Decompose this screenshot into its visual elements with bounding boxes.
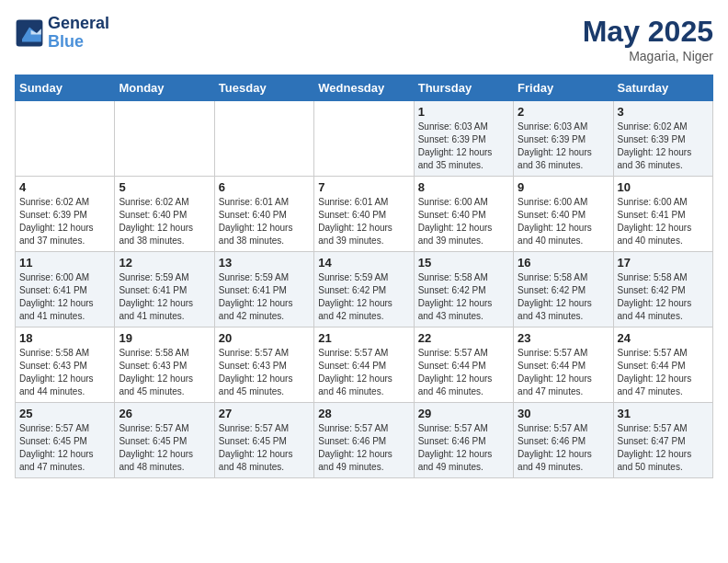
day-info: Sunrise: 6:00 AM Sunset: 6:40 PM Dayligh… (418, 196, 509, 247)
week-row-4: 18Sunrise: 5:58 AM Sunset: 6:43 PM Dayli… (16, 327, 713, 403)
day-number: 4 (19, 180, 110, 194)
day-cell: 25Sunrise: 5:57 AM Sunset: 6:45 PM Dayli… (16, 403, 115, 478)
week-row-3: 11Sunrise: 6:00 AM Sunset: 6:41 PM Dayli… (16, 252, 713, 327)
day-info: Sunrise: 5:59 AM Sunset: 6:41 PM Dayligh… (119, 271, 210, 323)
day-number: 15 (418, 256, 509, 270)
day-cell: 1Sunrise: 6:03 AM Sunset: 6:39 PM Daylig… (414, 101, 513, 177)
page-header: General Blue May 2025 Magaria, Niger (15, 15, 713, 63)
day-info: Sunrise: 6:02 AM Sunset: 6:39 PM Dayligh… (618, 121, 709, 172)
day-info: Sunrise: 6:03 AM Sunset: 6:39 PM Dayligh… (518, 121, 609, 172)
day-cell (16, 101, 115, 177)
day-cell: 31Sunrise: 5:57 AM Sunset: 6:47 PM Dayli… (613, 403, 712, 478)
day-number: 13 (219, 256, 310, 270)
day-info: Sunrise: 6:03 AM Sunset: 6:39 PM Dayligh… (418, 121, 509, 172)
day-info: Sunrise: 5:57 AM Sunset: 6:46 PM Dayligh… (518, 422, 609, 474)
day-cell: 18Sunrise: 5:58 AM Sunset: 6:43 PM Dayli… (16, 327, 115, 403)
header-day-sunday: Sunday (16, 75, 115, 101)
day-cell: 8Sunrise: 6:00 AM Sunset: 6:40 PM Daylig… (414, 177, 513, 252)
day-info: Sunrise: 6:00 AM Sunset: 6:41 PM Dayligh… (19, 271, 110, 323)
day-info: Sunrise: 5:57 AM Sunset: 6:47 PM Dayligh… (618, 422, 709, 474)
day-cell: 27Sunrise: 5:57 AM Sunset: 6:45 PM Dayli… (214, 403, 313, 478)
logo-text: General Blue (48, 15, 109, 52)
day-cell: 28Sunrise: 5:57 AM Sunset: 6:46 PM Dayli… (314, 403, 414, 478)
day-info: Sunrise: 5:57 AM Sunset: 6:44 PM Dayligh… (318, 347, 409, 398)
day-cell: 5Sunrise: 6:02 AM Sunset: 6:40 PM Daylig… (115, 177, 214, 252)
day-info: Sunrise: 5:57 AM Sunset: 6:46 PM Dayligh… (318, 422, 409, 474)
day-number: 9 (518, 180, 609, 194)
day-info: Sunrise: 5:58 AM Sunset: 6:42 PM Dayligh… (518, 271, 609, 323)
header-day-friday: Friday (514, 75, 613, 101)
day-cell (214, 101, 313, 177)
day-cell: 7Sunrise: 6:01 AM Sunset: 6:40 PM Daylig… (314, 177, 414, 252)
calendar-body: 1Sunrise: 6:03 AM Sunset: 6:39 PM Daylig… (16, 101, 713, 478)
logo-icon (15, 18, 44, 48)
day-cell: 16Sunrise: 5:58 AM Sunset: 6:42 PM Dayli… (514, 252, 613, 327)
day-number: 19 (119, 331, 210, 345)
day-number: 8 (418, 180, 509, 194)
day-cell: 19Sunrise: 5:58 AM Sunset: 6:43 PM Dayli… (115, 327, 214, 403)
day-info: Sunrise: 6:01 AM Sunset: 6:40 PM Dayligh… (219, 196, 310, 247)
logo: General Blue (15, 15, 109, 52)
day-info: Sunrise: 5:57 AM Sunset: 6:45 PM Dayligh… (219, 422, 310, 474)
day-info: Sunrise: 6:00 AM Sunset: 6:40 PM Dayligh… (518, 196, 609, 247)
day-info: Sunrise: 5:58 AM Sunset: 6:43 PM Dayligh… (119, 347, 210, 398)
day-number: 14 (318, 256, 409, 270)
month-year: May 2025 (583, 15, 713, 49)
day-cell: 11Sunrise: 6:00 AM Sunset: 6:41 PM Dayli… (16, 252, 115, 327)
title-block: May 2025 Magaria, Niger (583, 15, 713, 63)
day-number: 30 (518, 407, 609, 420)
week-row-1: 1Sunrise: 6:03 AM Sunset: 6:39 PM Daylig… (16, 101, 713, 177)
day-cell: 12Sunrise: 5:59 AM Sunset: 6:41 PM Dayli… (115, 252, 214, 327)
logo-general: General (48, 14, 109, 32)
day-cell: 6Sunrise: 6:01 AM Sunset: 6:40 PM Daylig… (214, 177, 313, 252)
day-info: Sunrise: 5:57 AM Sunset: 6:44 PM Dayligh… (518, 347, 609, 398)
day-cell: 15Sunrise: 5:58 AM Sunset: 6:42 PM Dayli… (414, 252, 513, 327)
day-number: 26 (119, 407, 210, 420)
day-cell: 30Sunrise: 5:57 AM Sunset: 6:46 PM Dayli… (514, 403, 613, 478)
day-info: Sunrise: 5:57 AM Sunset: 6:45 PM Dayligh… (119, 422, 210, 474)
location: Magaria, Niger (583, 49, 713, 63)
day-number: 5 (119, 180, 210, 194)
day-number: 28 (318, 407, 409, 420)
day-info: Sunrise: 5:58 AM Sunset: 6:42 PM Dayligh… (618, 271, 709, 323)
day-cell: 13Sunrise: 5:59 AM Sunset: 6:41 PM Dayli… (214, 252, 313, 327)
day-cell: 3Sunrise: 6:02 AM Sunset: 6:39 PM Daylig… (613, 101, 712, 177)
day-info: Sunrise: 6:01 AM Sunset: 6:40 PM Dayligh… (318, 196, 409, 247)
day-cell: 17Sunrise: 5:58 AM Sunset: 6:42 PM Dayli… (613, 252, 712, 327)
day-number: 20 (219, 331, 310, 345)
day-info: Sunrise: 5:59 AM Sunset: 6:42 PM Dayligh… (318, 271, 409, 323)
day-info: Sunrise: 5:57 AM Sunset: 6:44 PM Dayligh… (618, 347, 709, 398)
day-cell: 20Sunrise: 5:57 AM Sunset: 6:43 PM Dayli… (214, 327, 313, 403)
day-cell (314, 101, 414, 177)
day-info: Sunrise: 5:57 AM Sunset: 6:43 PM Dayligh… (219, 347, 310, 398)
header-day-wednesday: Wednesday (314, 75, 414, 101)
day-info: Sunrise: 6:02 AM Sunset: 6:40 PM Dayligh… (119, 196, 210, 247)
day-number: 18 (19, 331, 110, 345)
day-number: 16 (518, 256, 609, 270)
header-row: SundayMondayTuesdayWednesdayThursdayFrid… (16, 75, 713, 101)
day-info: Sunrise: 5:57 AM Sunset: 6:45 PM Dayligh… (19, 422, 110, 474)
day-number: 1 (418, 105, 509, 119)
day-info: Sunrise: 5:58 AM Sunset: 6:43 PM Dayligh… (19, 347, 110, 398)
day-number: 11 (19, 256, 110, 270)
day-number: 10 (618, 180, 709, 194)
day-cell: 21Sunrise: 5:57 AM Sunset: 6:44 PM Dayli… (314, 327, 414, 403)
week-row-2: 4Sunrise: 6:02 AM Sunset: 6:39 PM Daylig… (16, 177, 713, 252)
day-cell: 14Sunrise: 5:59 AM Sunset: 6:42 PM Dayli… (314, 252, 414, 327)
day-info: Sunrise: 5:59 AM Sunset: 6:41 PM Dayligh… (219, 271, 310, 323)
day-number: 21 (318, 331, 409, 345)
day-number: 7 (318, 180, 409, 194)
day-info: Sunrise: 5:58 AM Sunset: 6:42 PM Dayligh… (418, 271, 509, 323)
day-number: 31 (618, 407, 709, 420)
day-cell: 9Sunrise: 6:00 AM Sunset: 6:40 PM Daylig… (514, 177, 613, 252)
day-number: 17 (618, 256, 709, 270)
day-number: 27 (219, 407, 310, 420)
day-cell: 24Sunrise: 5:57 AM Sunset: 6:44 PM Dayli… (613, 327, 712, 403)
day-number: 3 (618, 105, 709, 119)
day-cell: 10Sunrise: 6:00 AM Sunset: 6:41 PM Dayli… (613, 177, 712, 252)
week-row-5: 25Sunrise: 5:57 AM Sunset: 6:45 PM Dayli… (16, 403, 713, 478)
day-cell: 22Sunrise: 5:57 AM Sunset: 6:44 PM Dayli… (414, 327, 513, 403)
day-cell: 29Sunrise: 5:57 AM Sunset: 6:46 PM Dayli… (414, 403, 513, 478)
day-info: Sunrise: 6:02 AM Sunset: 6:39 PM Dayligh… (19, 196, 110, 247)
day-cell (115, 101, 214, 177)
